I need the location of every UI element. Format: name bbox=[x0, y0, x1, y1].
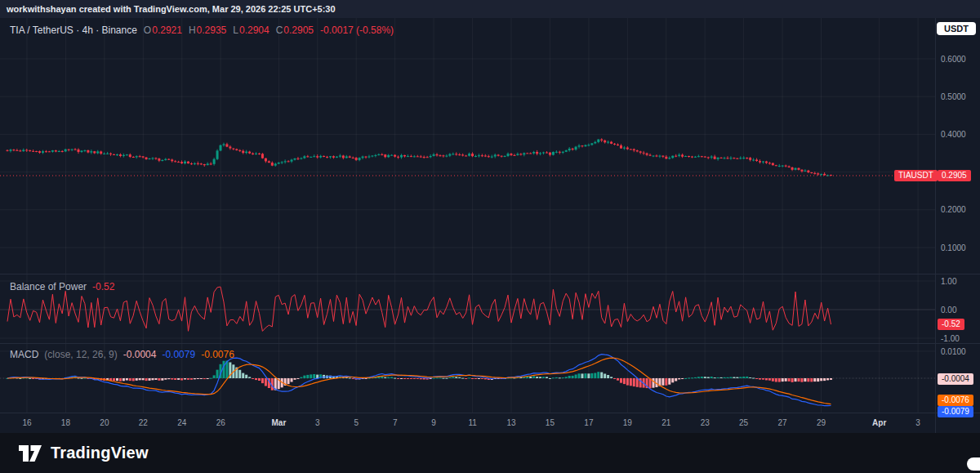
axis-tick-label: 29 bbox=[817, 418, 826, 427]
macd-histogram-bar bbox=[804, 378, 806, 382]
macd-pane[interactable] bbox=[0, 355, 935, 406]
candle-body bbox=[42, 151, 44, 153]
candle-body bbox=[416, 156, 419, 157]
candle-body bbox=[400, 155, 403, 158]
bop-value-badge[interactable]: -0.52 bbox=[938, 319, 964, 330]
macd-histogram-bar bbox=[455, 377, 457, 378]
candle-body bbox=[646, 154, 648, 155]
corner-chip[interactable] bbox=[967, 457, 980, 471]
candle-body bbox=[332, 156, 335, 158]
symbol-title[interactable]: TIA / TetherUS · 4h · Binance bbox=[10, 25, 137, 36]
candle-body bbox=[729, 158, 732, 158]
macd-histogram-bar bbox=[788, 378, 791, 382]
candle-body bbox=[336, 157, 338, 158]
axis-tick-label: 0.2000 bbox=[941, 205, 966, 214]
brand-wordmark[interactable]: TradingView bbox=[51, 444, 149, 462]
candle-body bbox=[252, 154, 254, 154]
candle-body bbox=[184, 162, 186, 163]
bop-title[interactable]: Balance of Power bbox=[10, 281, 87, 292]
macd-histogram-bar bbox=[397, 378, 399, 379]
macd-histogram-bar bbox=[546, 377, 548, 378]
candle-body bbox=[820, 174, 822, 175]
candle-body bbox=[778, 166, 781, 167]
candle-body bbox=[32, 151, 34, 152]
candle-body bbox=[568, 149, 571, 150]
macd-histogram-bar bbox=[823, 378, 826, 381]
macd-histogram-bar bbox=[565, 377, 568, 378]
candle-body bbox=[752, 160, 755, 161]
candle-body bbox=[488, 156, 490, 157]
balance-of-power-pane[interactable] bbox=[0, 287, 935, 331]
candle-body bbox=[782, 166, 784, 167]
symbol-header: TIA / TetherUS · 4h · Binance O0.2921 H0… bbox=[10, 25, 394, 36]
axis-tick-label: 0.6000 bbox=[941, 55, 966, 64]
candle-body bbox=[507, 154, 510, 156]
candle-body bbox=[187, 162, 189, 163]
candle-body bbox=[310, 157, 312, 158]
candle-body bbox=[284, 161, 287, 162]
candle-body bbox=[329, 156, 332, 157]
ohlc-low: L0.2904 bbox=[233, 25, 269, 36]
macd-histogram-bar bbox=[694, 377, 697, 378]
macd-title[interactable]: MACD bbox=[10, 349, 38, 360]
candle-body bbox=[278, 163, 280, 163]
quote-currency-button[interactable]: USDT bbox=[937, 22, 976, 35]
candle-body bbox=[717, 158, 719, 159]
macd-histogram-bar bbox=[562, 377, 564, 378]
macd-histogram-bar bbox=[238, 370, 241, 378]
macd-histogram-bar bbox=[180, 378, 183, 381]
last-price-badge[interactable]: 0.2905 bbox=[938, 170, 971, 181]
candle-body bbox=[222, 145, 225, 145]
candle-body bbox=[142, 156, 145, 157]
candle-body bbox=[587, 145, 590, 145]
candle-body bbox=[394, 155, 396, 157]
candle-body bbox=[519, 154, 522, 154]
candle-body bbox=[590, 143, 593, 145]
candle-body bbox=[714, 157, 716, 159]
candle-body bbox=[785, 166, 787, 167]
macd-histogram-bar bbox=[261, 378, 264, 383]
candle-body bbox=[242, 151, 244, 153]
candle-body bbox=[197, 163, 199, 164]
candle-body bbox=[552, 152, 555, 155]
macd-signal-badge[interactable]: -0.0076 bbox=[938, 395, 973, 406]
candle-body bbox=[51, 150, 54, 152]
macd-histogram-bar bbox=[830, 378, 832, 380]
candle-body bbox=[210, 163, 212, 164]
macd-histogram-bar bbox=[575, 375, 577, 379]
candle-body bbox=[22, 150, 24, 152]
candle-body bbox=[804, 171, 806, 172]
candle-body bbox=[465, 156, 467, 157]
macd-histogram-bar bbox=[600, 373, 603, 378]
macd-histogram-bar bbox=[151, 378, 154, 380]
macd-histogram-bar bbox=[126, 378, 128, 381]
axis-tick-labels: 0.60000.50000.40000.20000.10001.000.00-1… bbox=[22, 55, 966, 428]
candle-body bbox=[61, 151, 64, 152]
candle-body bbox=[126, 154, 128, 155]
axis-tick-label: 27 bbox=[778, 418, 788, 427]
macd-histogram-bar bbox=[222, 361, 225, 378]
macd-histogram-badge[interactable]: -0.0004 bbox=[938, 373, 973, 385]
macd-histogram-bar bbox=[768, 378, 771, 381]
candle-body bbox=[306, 156, 309, 157]
macd-histogram-bar bbox=[800, 378, 803, 382]
candlestick-pane[interactable] bbox=[0, 138, 935, 176]
macd-histogram-bar bbox=[303, 376, 305, 378]
axis-tick-label: 15 bbox=[546, 418, 555, 427]
candle-body bbox=[565, 150, 568, 152]
macd-histogram-bar bbox=[675, 378, 677, 382]
candle-body bbox=[207, 163, 209, 165]
candle-body bbox=[167, 159, 170, 160]
candle-body bbox=[271, 163, 274, 166]
tradingview-logomark[interactable] bbox=[18, 444, 42, 463]
candle-body bbox=[430, 156, 432, 157]
macd-histogram-bar bbox=[587, 373, 590, 378]
macd-histogram-bar bbox=[717, 377, 719, 378]
macd-histogram-bar bbox=[387, 377, 390, 378]
macd-line-badge[interactable]: -0.0079 bbox=[938, 406, 973, 417]
axis-tick-label: Mar bbox=[272, 418, 287, 427]
candle-body bbox=[694, 157, 697, 158]
candle-body bbox=[7, 150, 9, 151]
axis-tick-label: 0.0100 bbox=[941, 347, 966, 356]
candle-body bbox=[238, 150, 241, 151]
